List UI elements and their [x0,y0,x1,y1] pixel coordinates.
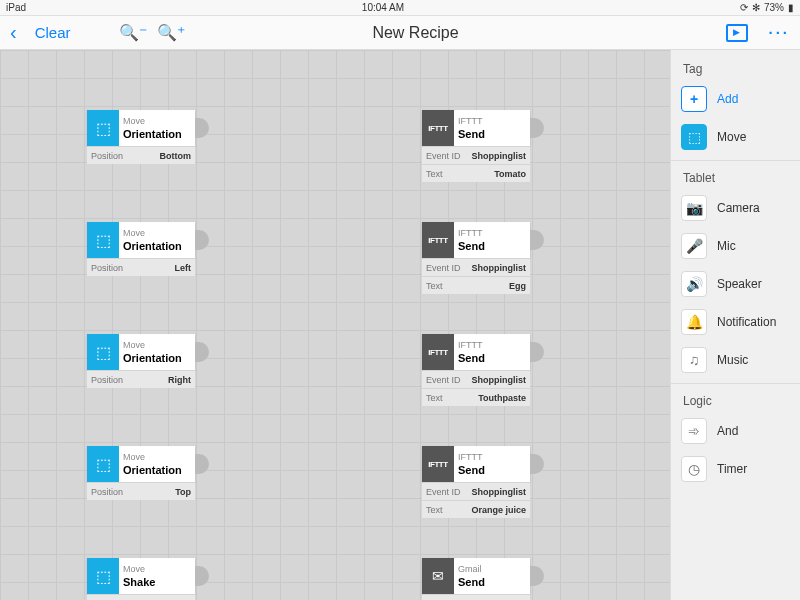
block-title: Send [458,127,526,141]
sidebar-item-label: And [717,424,738,438]
sidebar-item-label: Notification [717,315,776,329]
block-icon: IFTTT [422,222,454,258]
sidebar-add[interactable]: + Add [671,80,800,118]
sidebar-notification[interactable]: 🔔Notification [671,303,800,341]
camera-icon: 📷 [681,195,707,221]
param-value: Touthpaste [478,393,526,403]
block-header[interactable]: ⬚ Move Orientation [87,222,195,258]
connector[interactable] [195,230,209,250]
block-param[interactable]: PositionRight [87,370,195,388]
sidebar-add-label: Add [717,92,738,106]
block-icon: ⬚ [87,110,119,146]
recipe-block[interactable]: IFTTT IFTTT Send Event IDShoppinglistTex… [422,446,530,518]
sidebar-mic[interactable]: 🎤Mic [671,227,800,265]
sync-icon: ⟳ [740,2,748,13]
recipe-block[interactable]: ⬚ Move Orientation PositionTop [87,446,195,500]
block-param[interactable]: TextOrange juice [422,500,530,518]
connector[interactable] [530,230,544,250]
connector[interactable] [195,118,209,138]
connector[interactable] [195,566,209,586]
param-value: Shoppinglist [472,263,527,273]
more-button[interactable]: ··· [768,24,790,41]
recipe-block[interactable]: ⬚ Move Orientation PositionRight [87,334,195,388]
block-param[interactable]: Toprowarrior1990@gm... [422,594,530,600]
block-param[interactable]: Event IDShoppinglist [422,146,530,164]
connector[interactable] [530,342,544,362]
connector[interactable] [530,118,544,138]
sidebar-move[interactable]: ⬚ Move [671,118,800,156]
block-icon: ⬚ [87,222,119,258]
param-key: Event ID [426,263,461,273]
param-key: Position [91,375,123,385]
param-key: Event ID [426,375,461,385]
block-header[interactable]: IFTTT IFTTT Send [422,334,530,370]
canvas[interactable]: ⬚ Move Orientation PositionBottom ⬚ Move… [0,50,670,600]
block-subtitle: Gmail [458,563,526,575]
sidebar-music[interactable]: ♫Music [671,341,800,379]
clock: 10:04 AM [362,2,404,13]
block-param[interactable]: Event IDShoppinglist [422,258,530,276]
sidebar-item-label: Music [717,353,748,367]
param-key: Text [426,393,443,403]
recipe-block[interactable]: ⬚ Move Orientation PositionBottom [87,110,195,164]
clear-button[interactable]: Clear [35,24,71,41]
section-tablet: Tablet [671,165,800,189]
block-param[interactable]: PositionTop [87,482,195,500]
status-right: ⟳ ✻ 73% ▮ [740,2,794,13]
sidebar-item-label: Camera [717,201,760,215]
block-header[interactable]: ✉ Gmail Send [422,558,530,594]
recipe-block[interactable]: ⬚ Move Orientation PositionLeft [87,222,195,276]
connector[interactable] [530,454,544,474]
block-title: Send [458,463,526,477]
recipe-block[interactable]: IFTTT IFTTT Send Event IDShoppinglistTex… [422,334,530,406]
bell-icon: 🔔 [681,309,707,335]
block-param[interactable]: PositionBottom [87,146,195,164]
recipe-block[interactable]: ⬚ Move Shake Sensitivity40-100Interval (… [87,558,195,600]
block-param[interactable]: PositionLeft [87,258,195,276]
sidebar-speaker[interactable]: 🔊Speaker [671,265,800,303]
back-button[interactable]: ‹ [10,21,17,44]
block-param[interactable]: TextTomato [422,164,530,182]
block-header[interactable]: ⬚ Move Orientation [87,110,195,146]
zoom-in-icon[interactable]: 🔍⁺ [157,23,185,42]
block-title: Orientation [123,239,191,253]
block-param[interactable]: Event IDShoppinglist [422,370,530,388]
connector[interactable] [195,342,209,362]
sidebar-camera[interactable]: 📷Camera [671,189,800,227]
plus-icon: + [681,86,707,112]
block-subtitle: Move [123,339,191,351]
recipe-block[interactable]: IFTTT IFTTT Send Event IDShoppinglistTex… [422,222,530,294]
block-param[interactable]: TextTouthpaste [422,388,530,406]
sidebar-item-label: Timer [717,462,747,476]
recipe-block[interactable]: IFTTT IFTTT Send Event IDShoppinglistTex… [422,110,530,182]
block-header[interactable]: IFTTT IFTTT Send [422,446,530,482]
param-value: Shoppinglist [472,487,527,497]
bluetooth-icon: ✻ [752,2,760,13]
export-button[interactable] [726,24,748,42]
block-header[interactable]: ⬚ Move Shake [87,558,195,594]
sidebar-timer[interactable]: ◷Timer [671,450,800,488]
recipe-block[interactable]: ✉ Gmail Send Toprowarrior1990@gm...Subje… [422,558,530,600]
block-header[interactable]: IFTTT IFTTT Send [422,110,530,146]
block-icon: ⬚ [87,446,119,482]
section-logic: Logic [671,388,800,412]
and-icon: ➾ [681,418,707,444]
block-header[interactable]: ⬚ Move Orientation [87,334,195,370]
block-param[interactable]: Sensitivity40-100 [87,594,195,600]
zoom-out-icon[interactable]: 🔍⁻ [119,23,147,42]
block-title: Shake [123,575,191,589]
block-header[interactable]: IFTTT IFTTT Send [422,222,530,258]
status-bar: iPad 10:04 AM ⟳ ✻ 73% ▮ [0,0,800,16]
sidebar-item-label: Speaker [717,277,762,291]
param-value: Shoppinglist [472,151,527,161]
connector[interactable] [195,454,209,474]
sidebar-move-label: Move [717,130,746,144]
block-param[interactable]: Event IDShoppinglist [422,482,530,500]
param-value: Bottom [160,151,192,161]
battery-label: 73% [764,2,784,13]
block-param[interactable]: TextEgg [422,276,530,294]
sidebar-and[interactable]: ➾And [671,412,800,450]
param-key: Position [91,263,123,273]
connector[interactable] [530,566,544,586]
block-header[interactable]: ⬚ Move Orientation [87,446,195,482]
